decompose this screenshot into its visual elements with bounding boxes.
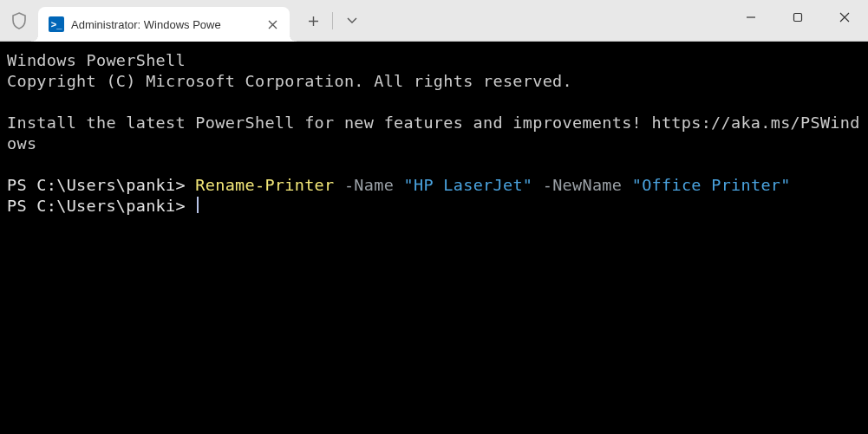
window-controls — [728, 0, 868, 42]
terminal-output[interactable]: Windows PowerShell Copyright (C) Microso… — [0, 42, 868, 434]
minimize-button[interactable] — [728, 0, 774, 35]
tab-title: Administrator: Windows Powe — [71, 18, 257, 31]
blank-line — [7, 154, 861, 175]
tab-actions — [290, 0, 367, 42]
tab-dropdown-button[interactable] — [337, 6, 367, 36]
cursor — [197, 197, 199, 213]
svg-rect-0 — [794, 14, 802, 22]
prompt: PS C:\Users\panki> — [7, 197, 195, 215]
param-token: -Name — [344, 176, 394, 194]
param-token: -NewName — [543, 176, 623, 194]
cmdlet-token: Rename-Printer — [195, 176, 334, 194]
maximize-button[interactable] — [774, 0, 821, 35]
divider — [332, 12, 333, 29]
close-tab-button[interactable] — [264, 16, 281, 33]
new-tab-button[interactable] — [298, 6, 328, 36]
blank-line — [7, 92, 861, 113]
banner-line: Copyright (C) Microsoft Corporation. All… — [7, 71, 861, 92]
powershell-icon: >_ — [49, 16, 64, 32]
close-button[interactable] — [821, 0, 868, 35]
prompt: PS C:\Users\panki> — [7, 176, 195, 194]
string-token: "HP LaserJet" — [404, 176, 533, 194]
prompt-line: PS C:\Users\panki> — [7, 196, 861, 217]
command-line: PS C:\Users\panki> Rename-Printer -Name … — [7, 175, 861, 196]
string-token: "Office Printer" — [632, 176, 791, 194]
tab-powershell[interactable]: >_ Administrator: Windows Powe — [38, 7, 290, 42]
titlebar: >_ Administrator: Windows Powe — [0, 0, 868, 42]
banner-line: Install the latest PowerShell for new fe… — [7, 113, 861, 154]
banner-line: Windows PowerShell — [7, 50, 861, 71]
